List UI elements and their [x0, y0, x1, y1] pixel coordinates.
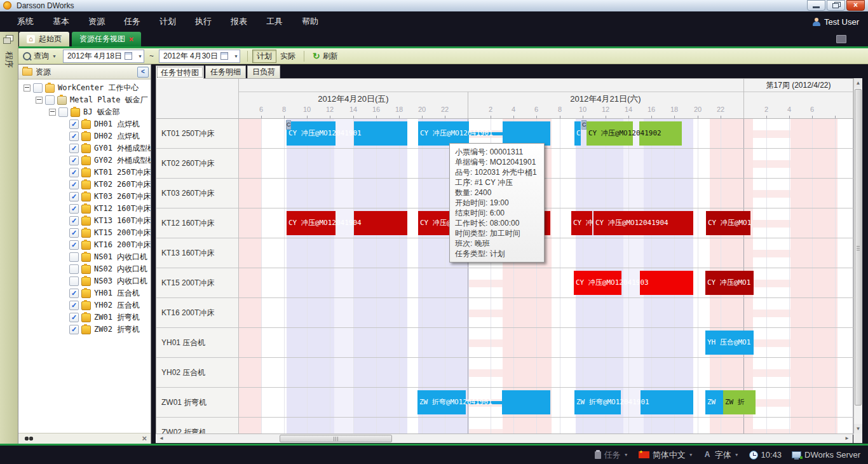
- tree-item-9[interactable]: ✓KT03 260T冲床: [18, 191, 151, 203]
- tree-item-2[interactable]: BJ 钣金部: [18, 106, 151, 118]
- menu-item-5[interactable]: 执行: [186, 11, 221, 32]
- tab-1[interactable]: 资源任务视图×: [72, 32, 141, 46]
- gantt-subtab-1[interactable]: 任务明细: [205, 65, 246, 78]
- date-to-field[interactable]: 2012年 4月30日 ▼: [159, 50, 240, 63]
- tree-item-18[interactable]: ✓YH02 压合机: [18, 299, 151, 311]
- expand-toggle-icon[interactable]: [24, 85, 31, 92]
- task-handle[interactable]: C: [581, 120, 587, 130]
- menu-item-2[interactable]: 资源: [79, 11, 114, 32]
- tree-item-17[interactable]: ✓YH01 压合机: [18, 287, 151, 299]
- menu-item-6[interactable]: 报表: [221, 11, 257, 32]
- find-icon[interactable]: [24, 435, 34, 442]
- tree-checkbox[interactable]: ✓: [69, 289, 79, 298]
- tree-item-11[interactable]: ✓KT13 160T冲床: [18, 215, 151, 227]
- vertical-scrollbar[interactable]: ▲ ▼: [853, 78, 862, 433]
- statusbar-item-1[interactable]: 简体中文▼: [639, 449, 693, 461]
- program-strip-label[interactable]: 程序: [3, 51, 15, 67]
- tree-checkbox[interactable]: ✓: [69, 132, 79, 141]
- tree-item-14[interactable]: NS01 内收口机: [18, 251, 151, 263]
- tree-item-16[interactable]: NS03 内收口机: [18, 275, 151, 287]
- program-panel-icon[interactable]: [3, 35, 13, 44]
- refresh-button[interactable]: ↻ 刷新: [309, 50, 342, 62]
- tree-item-4[interactable]: ✓DH02 点焊机: [18, 130, 151, 142]
- plan-toggle-button[interactable]: 计划: [252, 50, 276, 63]
- task-bar[interactable]: CY 冲: [571, 211, 592, 235]
- clear-icon[interactable]: ×: [142, 433, 147, 443]
- tree-checkbox[interactable]: ✓: [69, 192, 79, 201]
- task-bar[interactable]: CY 冲压@MO1: [706, 211, 750, 235]
- close-icon[interactable]: ×: [129, 36, 133, 43]
- scroll-up-icon[interactable]: ▲: [854, 78, 862, 88]
- tree-item-20[interactable]: ✓ZW02 折弯机: [18, 324, 151, 336]
- task-handle[interactable]: C: [286, 120, 291, 130]
- tree-checkbox[interactable]: ✓: [69, 325, 79, 334]
- tree-item-1[interactable]: Metal Plate 钣金厂: [18, 94, 151, 106]
- scroll-right-icon[interactable]: ►: [843, 434, 851, 443]
- vertical-scroll-thumb[interactable]: [855, 89, 862, 406]
- task-bar[interactable]: CY 冲压@MO12041901: [418, 121, 469, 146]
- menu-item-8[interactable]: 帮助: [292, 11, 328, 32]
- task-bar[interactable]: CY 冲压@MO12041904: [287, 211, 336, 235]
- tree-checkbox[interactable]: ✓: [69, 119, 79, 129]
- tree-checkbox[interactable]: [58, 107, 68, 117]
- query-button[interactable]: 查询 ▼: [19, 50, 60, 62]
- horizontal-scrollbar[interactable]: ◄ ►: [156, 433, 853, 443]
- task-bar[interactable]: CY 冲压@MO1: [705, 271, 754, 295]
- task-bar[interactable]: CY 冲压@MO12041903: [574, 271, 621, 295]
- tree-item-10[interactable]: ✓KT12 160T冲床: [18, 203, 151, 215]
- tree-checkbox[interactable]: [45, 95, 55, 105]
- gantt-subtab-0[interactable]: 任务甘特图: [156, 65, 204, 79]
- tree-checkbox[interactable]: ✓: [69, 168, 79, 177]
- restore-button[interactable]: [827, 0, 845, 11]
- user-info[interactable]: Test User: [813, 11, 859, 32]
- expand-toggle-icon[interactable]: [36, 97, 43, 104]
- menu-item-7[interactable]: 工具: [257, 11, 292, 32]
- task-bar[interactable]: [502, 390, 550, 414]
- horizontal-scroll-thumb[interactable]: [280, 435, 392, 442]
- menu-item-0[interactable]: 系统: [8, 11, 43, 32]
- statusbar-item-0[interactable]: 任务▼: [595, 449, 628, 461]
- task-bar[interactable]: CY 冲压@MO12041902: [587, 121, 633, 146]
- tree-item-6[interactable]: ✓GY02 外桶成型机: [18, 154, 151, 167]
- tree-checkbox[interactable]: ✓: [69, 204, 79, 214]
- tree-checkbox[interactable]: ✓: [69, 156, 79, 165]
- menu-item-1[interactable]: 基本: [43, 11, 79, 32]
- task-bar[interactable]: CY 冲压@MO12041904: [593, 211, 693, 235]
- task-bar[interactable]: [354, 211, 407, 235]
- tree-checkbox[interactable]: ✓: [69, 240, 79, 250]
- menu-item-4[interactable]: 计划: [150, 11, 186, 32]
- task-bar[interactable]: [503, 121, 550, 146]
- tree-item-3[interactable]: ✓DH01 点焊机: [18, 118, 151, 130]
- tree-checkbox[interactable]: [69, 264, 79, 274]
- statusbar-item-4[interactable]: DWorks Server: [792, 450, 860, 460]
- tree-checkbox[interactable]: [69, 252, 79, 262]
- tree-item-8[interactable]: ✓KT02 260T冲床: [18, 179, 151, 191]
- task-bar[interactable]: ZW 折弯@MO12041901: [417, 390, 466, 414]
- date-from-field[interactable]: 2012年 4月18日 ▼: [63, 50, 144, 63]
- tree-item-7[interactable]: ✓KT01 250T冲床: [18, 167, 151, 179]
- gantt-subtab-2[interactable]: 日负荷: [247, 65, 280, 78]
- tree-checkbox[interactable]: [69, 276, 79, 286]
- collapse-panel-button[interactable]: <: [137, 67, 149, 78]
- statusbar-item-3[interactable]: 10:43: [749, 450, 782, 460]
- task-bar[interactable]: ZW 折: [723, 390, 756, 414]
- expand-toggle-icon[interactable]: [49, 109, 56, 116]
- tree-item-13[interactable]: ✓KT16 200T冲床: [18, 239, 151, 251]
- tree-checkbox[interactable]: ✓: [69, 228, 79, 238]
- task-bar[interactable]: [354, 121, 407, 146]
- tree-item-0[interactable]: WorkCenter 工作中心: [18, 82, 151, 94]
- tree-item-5[interactable]: ✓GY01 外桶成型机: [18, 142, 151, 154]
- tree-checkbox[interactable]: ✓: [69, 144, 79, 153]
- task-bar[interactable]: YH 压合@MO1: [705, 331, 754, 355]
- screen-icon[interactable]: [836, 35, 846, 43]
- tree-item-15[interactable]: NS02 内收口机: [18, 263, 151, 275]
- task-bar[interactable]: C: [574, 121, 581, 146]
- close-button[interactable]: ×: [846, 0, 865, 11]
- menu-item-3[interactable]: 任务: [114, 11, 150, 32]
- tree-checkbox[interactable]: [33, 83, 43, 93]
- actual-toggle-button[interactable]: 实际: [276, 50, 299, 62]
- scroll-left-icon[interactable]: ◄: [157, 434, 166, 443]
- statusbar-item-2[interactable]: 字体▼: [703, 449, 739, 461]
- tree-item-19[interactable]: ✓ZW01 折弯机: [18, 311, 151, 324]
- task-bar[interactable]: ZW: [705, 390, 723, 414]
